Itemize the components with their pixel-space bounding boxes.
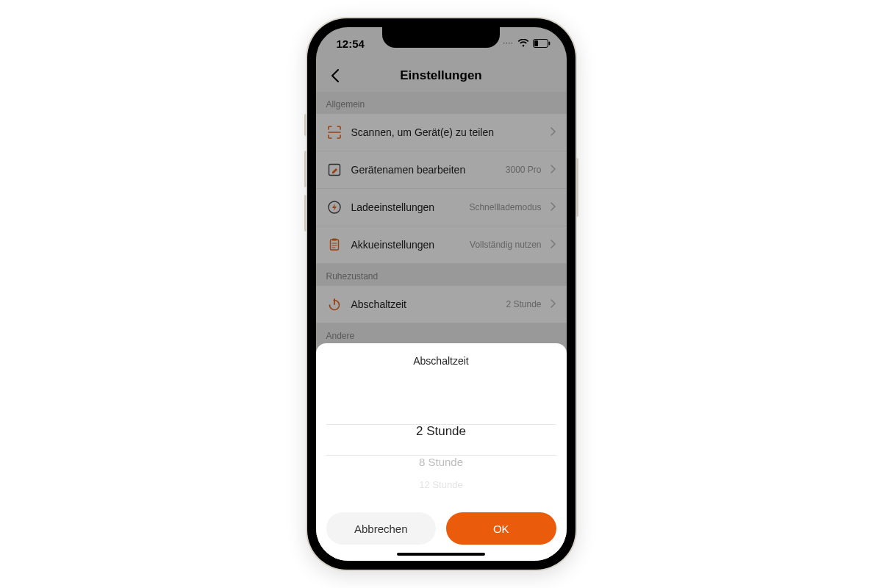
mute-switch [304, 114, 307, 136]
cancel-button[interactable]: Abbrechen [326, 512, 437, 545]
home-indicator[interactable] [397, 553, 485, 556]
volume-down [304, 195, 307, 232]
sheet-buttons: Abbrechen OK [326, 512, 556, 545]
time-picker[interactable]: 2 Stunde 8 Stunde 12 Stunde [326, 373, 556, 505]
shutdown-time-sheet: Abschaltzeit 2 Stunde 8 Stunde 12 Stunde… [316, 343, 567, 561]
sheet-title: Abschaltzeit [326, 355, 556, 373]
picker-option[interactable]: 8 Stunde [419, 447, 463, 478]
phone-frame: 12:54 ···· Einstellungen Allgemein [307, 18, 576, 570]
ok-button[interactable]: OK [446, 512, 556, 545]
picker-option[interactable]: 12 Stunde [419, 478, 462, 492]
picker-option-selected[interactable]: 2 Stunde [416, 416, 466, 447]
volume-up [304, 151, 307, 187]
power-button [576, 158, 578, 217]
screen: 12:54 ···· Einstellungen Allgemein [316, 27, 567, 561]
